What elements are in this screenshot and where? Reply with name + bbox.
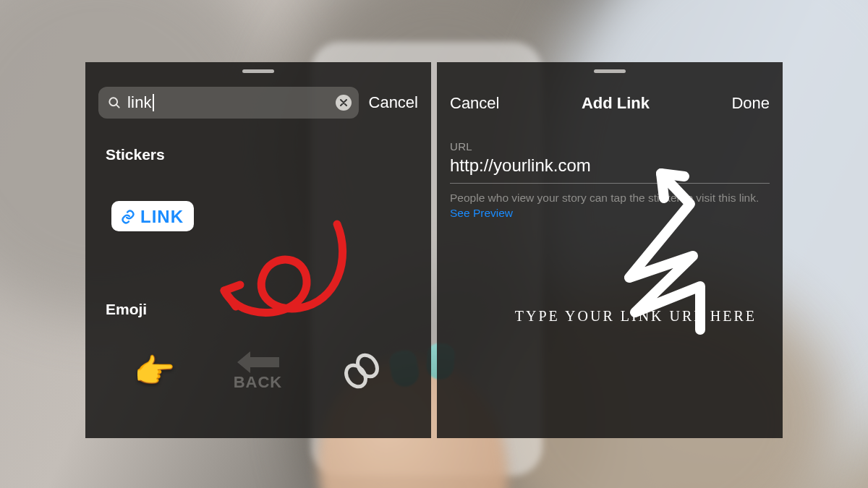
close-icon (340, 99, 347, 106)
cancel-button[interactable]: Cancel (450, 94, 499, 113)
emoji-pointing-right[interactable]: 👉 (134, 354, 175, 388)
search-value: link (127, 93, 152, 112)
url-helper-text: People who view your story can tap the s… (450, 191, 770, 221)
done-button[interactable]: Done (731, 94, 770, 113)
stickers-heading: Stickers (106, 146, 165, 163)
page-title: Add Link (582, 94, 650, 113)
emoji-back-label: BACK (234, 373, 283, 392)
link-sticker[interactable]: LINK (111, 201, 194, 231)
link-sticker-label: LINK (140, 207, 184, 227)
emoji-heading: Emoji (106, 301, 147, 318)
sheet-grabber-icon[interactable] (594, 69, 626, 73)
search-icon (107, 95, 122, 110)
clear-search-button[interactable] (336, 95, 352, 111)
see-preview-link[interactable]: See Preview (450, 207, 513, 219)
url-input[interactable]: http://yourlink.com (450, 155, 770, 184)
emoji-chain-link[interactable] (341, 350, 383, 392)
svg-line-1 (116, 105, 119, 108)
url-label: URL (450, 140, 770, 153)
emoji-row: 👉 BACK (85, 350, 431, 392)
search-input[interactable]: link (98, 87, 359, 119)
tutorial-stage: link Cancel Stickers LINK Emoji 👉 BAC (0, 0, 868, 488)
link-icon (120, 209, 136, 225)
add-link-panel: Cancel Add Link Done URL http://yourlink… (437, 62, 783, 438)
annotation-text: TYPE YOUR LINK URL HERE (515, 308, 757, 325)
back-arrow-icon (236, 350, 279, 374)
svg-point-3 (354, 351, 381, 380)
emoji-back[interactable]: BACK (234, 350, 283, 392)
annotation-red-arrow-icon (214, 215, 366, 360)
add-link-topbar: Cancel Add Link Done (450, 94, 770, 113)
url-section: URL http://yourlink.com People who view … (450, 140, 770, 221)
text-caret-icon (153, 94, 154, 111)
sticker-search-panel: link Cancel Stickers LINK Emoji 👉 BAC (85, 62, 431, 438)
search-row: link Cancel (98, 87, 418, 119)
sheet-grabber-icon[interactable] (242, 69, 274, 73)
cancel-button[interactable]: Cancel (369, 93, 418, 112)
